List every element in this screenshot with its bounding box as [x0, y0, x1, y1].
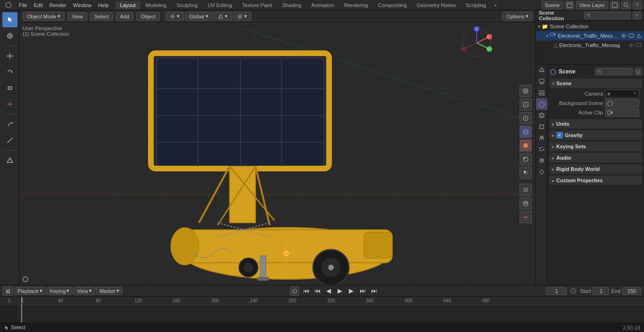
props-pin-btn[interactable]: [635, 68, 642, 75]
playback-btn[interactable]: Playback ▾: [14, 287, 46, 295]
axis-indicator[interactable]: X Y Z: [460, 26, 493, 59]
play-forward-btn[interactable]: ▶: [335, 286, 345, 296]
shading-solid-btn[interactable]: [520, 139, 532, 152]
timeline-view-btn[interactable]: View ▾: [74, 287, 95, 295]
marker-btn[interactable]: Marker ▾: [96, 287, 123, 295]
menu-window[interactable]: Window: [70, 1, 94, 9]
tab-scripting[interactable]: Scripting: [461, 1, 491, 9]
viewport-nav-btn-1[interactable]: [520, 85, 532, 97]
timeline-ruler[interactable]: 1 40 80 120 160 200 240 280 320 360 400 …: [19, 297, 644, 323]
transform-orientation-btn[interactable]: Global ▾: [185, 12, 213, 21]
prop-tab-render[interactable]: [536, 65, 547, 76]
viewport-display-icon[interactable]: [628, 32, 635, 39]
jump-end-btn[interactable]: ⏭: [369, 286, 379, 296]
active-clip-value[interactable]: [605, 108, 639, 117]
prop-tab-object[interactable]: [536, 121, 547, 132]
outliner-item-traffic-sign[interactable]: ▾ Electronic_Traffic_Message_Si: [536, 31, 644, 40]
move-tool-btn[interactable]: [2, 49, 17, 64]
annotate-tool-btn[interactable]: [2, 117, 17, 132]
viewport-nav-btn-2[interactable]: [520, 98, 532, 111]
menu-edit[interactable]: Edit: [31, 1, 46, 9]
audio-header[interactable]: ▸ Audio: [549, 153, 642, 162]
timeline-editor-type[interactable]: [3, 286, 13, 296]
add-object-btn[interactable]: [2, 153, 17, 168]
blender-logo[interactable]: ⬡: [2, 1, 15, 9]
rotate-tool-btn[interactable]: [2, 65, 17, 80]
units-header[interactable]: ▸ Units: [549, 119, 642, 129]
tab-layout[interactable]: Layout: [116, 1, 140, 9]
prop-tab-world[interactable]: [536, 110, 547, 121]
view-layer-selector[interactable]: View Layer: [576, 1, 608, 9]
outliner-search[interactable]: [584, 12, 631, 19]
viewport-nav-btn-3[interactable]: [520, 112, 532, 124]
tab-texture-paint[interactable]: Texture Paint: [237, 1, 277, 9]
viewport-object-btn[interactable]: Object: [136, 12, 160, 21]
proportional-btn[interactable]: ▾: [233, 12, 251, 21]
prop-tab-scene[interactable]: [536, 98, 547, 110]
transform-pivot-btn[interactable]: ▾: [165, 12, 184, 21]
keying-btn[interactable]: Keying ▾: [47, 287, 73, 295]
cursor-tool-btn[interactable]: [2, 28, 17, 43]
keying-sets-header[interactable]: ▸ Keying Sets: [549, 142, 642, 151]
tab-shading[interactable]: Shading: [278, 1, 306, 9]
search-btn[interactable]: [621, 1, 631, 9]
prop-tab-output[interactable]: [536, 76, 547, 87]
viewport-view-btn[interactable]: View: [67, 12, 87, 21]
filter-btn[interactable]: [633, 1, 642, 9]
step-back-btn[interactable]: ◀: [324, 286, 333, 296]
time-display-icon[interactable]: [569, 286, 578, 296]
select-tool-btn[interactable]: [2, 12, 17, 27]
shading-material-btn[interactable]: [520, 153, 532, 165]
shading-wireframe-btn[interactable]: [520, 126, 532, 138]
tab-compositing[interactable]: Compositing: [373, 1, 412, 9]
menu-file[interactable]: File: [16, 1, 30, 9]
outliner-filter-btn[interactable]: [633, 12, 641, 19]
outliner-item-traffic-mesh[interactable]: △ Electronic_Traffic_Messag: [536, 40, 644, 50]
scene-icon-btn[interactable]: [565, 1, 574, 9]
view-layer-icon-btn[interactable]: [610, 1, 619, 9]
tab-rendering[interactable]: Rendering: [339, 1, 373, 9]
background-scene-value[interactable]: [605, 99, 639, 107]
shading-rendered-btn[interactable]: [520, 167, 532, 179]
menu-help[interactable]: Help: [95, 1, 112, 9]
prop-tab-particles[interactable]: [536, 144, 547, 155]
scale-tool-btn[interactable]: [2, 81, 17, 96]
visibility-icon[interactable]: [620, 32, 627, 39]
viewport-main[interactable]: User Perspective (1) Scene Collection X …: [20, 23, 536, 285]
tab-sculpting[interactable]: Sculpting: [172, 1, 202, 9]
snap-btn[interactable]: ▾: [214, 12, 232, 21]
camera-value[interactable]: ■ ✎: [605, 89, 639, 98]
mesh-visibility-icon[interactable]: [628, 42, 635, 49]
options-btn[interactable]: Options ▾: [502, 12, 533, 21]
step-forward-btn[interactable]: ▶: [347, 286, 356, 296]
prev-keyframe-btn[interactable]: ⏮: [313, 286, 322, 296]
measure-tool-btn[interactable]: [2, 133, 17, 148]
jump-start-btn[interactable]: ⏮: [301, 286, 311, 296]
custom-props-header[interactable]: ▸ Custom Properties: [549, 176, 642, 185]
rigid-body-header[interactable]: ▸ Rigid Body World: [549, 164, 642, 174]
tab-uv-editing[interactable]: UV Editing: [203, 1, 237, 9]
gravity-checkbox[interactable]: ✓: [556, 132, 563, 138]
prop-tab-view-layer[interactable]: [536, 87, 547, 98]
props-search[interactable]: [595, 68, 633, 75]
gravity-header[interactable]: ▸ ✓ Gravity: [549, 130, 642, 140]
transform-tool-btn[interactable]: [2, 97, 17, 112]
tab-modeling[interactable]: Modeling: [141, 1, 172, 9]
viewport-shading-extras-btn[interactable]: [520, 184, 532, 196]
next-keyframe-btn[interactable]: ⏭: [358, 286, 367, 296]
viewport-add-btn[interactable]: Add: [116, 12, 134, 21]
viewport-overlays-btn[interactable]: [520, 197, 532, 210]
viewport-gizmos-btn[interactable]: [520, 211, 532, 223]
render-visibility-icon[interactable]: [636, 32, 642, 39]
current-frame-display[interactable]: 1: [546, 287, 567, 295]
tab-animation[interactable]: Animation: [306, 1, 339, 9]
start-frame-input[interactable]: 1: [593, 287, 609, 295]
prop-tab-modifiers[interactable]: [536, 132, 547, 144]
end-frame-input[interactable]: 250: [622, 287, 641, 295]
tab-geometry-nodes[interactable]: Geometry Nodes: [412, 1, 461, 9]
mesh-viewport-icon[interactable]: [636, 42, 642, 49]
viewport-select-btn[interactable]: Select: [90, 12, 113, 21]
scene-section-header[interactable]: ▾ Scene: [549, 79, 642, 88]
object-mode-btn[interactable]: Object Mode ▾: [23, 12, 65, 21]
scene-selector[interactable]: Scene: [542, 1, 563, 9]
